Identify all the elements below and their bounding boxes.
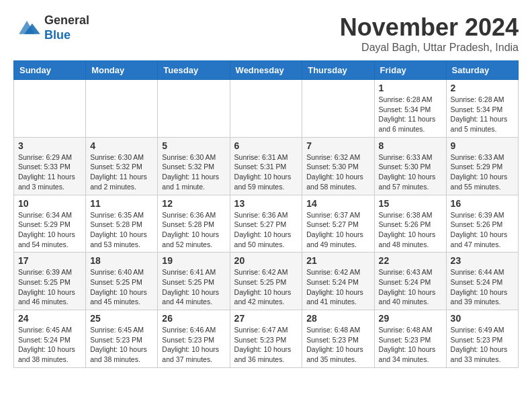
calendar-header-tuesday: Tuesday (158, 61, 230, 80)
title-section: November 2024 Dayal Bagh, Uttar Pradesh,… (340, 13, 519, 54)
day-info: Sunrise: 6:48 AM Sunset: 5:23 PM Dayligh… (306, 325, 369, 365)
day-number: 17 (18, 255, 81, 266)
month-year-title: November 2024 (340, 13, 519, 42)
calendar-week-row: 3Sunrise: 6:29 AM Sunset: 5:33 PM Daylig… (14, 137, 519, 195)
day-info: Sunrise: 6:32 AM Sunset: 5:30 PM Dayligh… (306, 152, 369, 192)
day-number: 20 (234, 255, 298, 266)
day-info: Sunrise: 6:30 AM Sunset: 5:32 PM Dayligh… (162, 152, 225, 192)
day-info: Sunrise: 6:48 AM Sunset: 5:23 PM Dayligh… (379, 325, 442, 365)
calendar-week-row: 10Sunrise: 6:34 AM Sunset: 5:29 PM Dayli… (14, 195, 519, 253)
day-info: Sunrise: 6:45 AM Sunset: 5:23 PM Dayligh… (90, 325, 153, 365)
day-number: 25 (90, 313, 153, 324)
calendar-cell: 6Sunrise: 6:31 AM Sunset: 5:31 PM Daylig… (230, 137, 302, 195)
calendar-cell: 4Sunrise: 6:30 AM Sunset: 5:32 PM Daylig… (86, 137, 158, 195)
logo-icon (13, 18, 40, 38)
calendar-cell: 20Sunrise: 6:42 AM Sunset: 5:25 PM Dayli… (230, 253, 302, 310)
day-number: 29 (379, 313, 442, 324)
day-number: 5 (162, 140, 225, 151)
day-number: 28 (306, 313, 369, 324)
day-info: Sunrise: 6:37 AM Sunset: 5:27 PM Dayligh… (306, 210, 369, 250)
calendar-cell (158, 80, 230, 138)
logo: General Blue (13, 13, 89, 42)
calendar-cell: 3Sunrise: 6:29 AM Sunset: 5:33 PM Daylig… (14, 137, 86, 195)
day-info: Sunrise: 6:28 AM Sunset: 5:34 PM Dayligh… (451, 95, 514, 134)
day-number: 9 (451, 140, 514, 151)
calendar-cell: 13Sunrise: 6:36 AM Sunset: 5:27 PM Dayli… (230, 195, 302, 253)
day-number: 23 (451, 255, 514, 266)
calendar-header-sunday: Sunday (14, 61, 86, 80)
logo-blue: Blue (44, 28, 71, 42)
day-number: 4 (90, 140, 153, 151)
calendar-cell: 18Sunrise: 6:40 AM Sunset: 5:25 PM Dayli… (86, 253, 158, 310)
day-number: 30 (451, 313, 514, 324)
day-info: Sunrise: 6:47 AM Sunset: 5:23 PM Dayligh… (234, 325, 298, 365)
day-number: 11 (90, 198, 153, 209)
day-info: Sunrise: 6:34 AM Sunset: 5:29 PM Dayligh… (18, 210, 81, 250)
calendar-cell: 19Sunrise: 6:41 AM Sunset: 5:25 PM Dayli… (158, 253, 230, 310)
day-number: 14 (306, 198, 369, 209)
calendar-cell: 25Sunrise: 6:45 AM Sunset: 5:23 PM Dayli… (86, 310, 158, 368)
day-number: 27 (234, 313, 298, 324)
calendar-cell: 12Sunrise: 6:36 AM Sunset: 5:28 PM Dayli… (158, 195, 230, 253)
calendar-cell: 26Sunrise: 6:46 AM Sunset: 5:23 PM Dayli… (158, 310, 230, 368)
day-number: 8 (379, 140, 442, 151)
day-number: 18 (90, 255, 153, 266)
calendar-cell: 10Sunrise: 6:34 AM Sunset: 5:29 PM Dayli… (14, 195, 86, 253)
day-number: 26 (162, 313, 225, 324)
day-info: Sunrise: 6:46 AM Sunset: 5:23 PM Dayligh… (162, 325, 225, 365)
day-info: Sunrise: 6:33 AM Sunset: 5:30 PM Dayligh… (379, 152, 442, 192)
location-subtitle: Dayal Bagh, Uttar Pradesh, India (340, 42, 519, 54)
logo-text: General Blue (44, 13, 89, 42)
calendar-cell: 22Sunrise: 6:43 AM Sunset: 5:24 PM Dayli… (374, 253, 446, 310)
calendar-cell: 11Sunrise: 6:35 AM Sunset: 5:28 PM Dayli… (86, 195, 158, 253)
calendar-header-monday: Monday (86, 61, 158, 80)
calendar-table: SundayMondayTuesdayWednesdayThursdayFrid… (13, 60, 519, 368)
day-number: 15 (379, 198, 442, 209)
calendar-cell: 9Sunrise: 6:33 AM Sunset: 5:29 PM Daylig… (446, 137, 518, 195)
logo-general: General (44, 13, 89, 27)
day-number: 13 (234, 198, 298, 209)
calendar-header-saturday: Saturday (446, 61, 518, 80)
day-number: 22 (379, 255, 442, 266)
calendar-header-wednesday: Wednesday (230, 61, 302, 80)
calendar-body: 1Sunrise: 6:28 AM Sunset: 5:34 PM Daylig… (14, 80, 519, 368)
calendar-cell: 1Sunrise: 6:28 AM Sunset: 5:34 PM Daylig… (374, 80, 446, 138)
calendar-cell: 23Sunrise: 6:44 AM Sunset: 5:24 PM Dayli… (446, 253, 518, 310)
calendar-cell: 5Sunrise: 6:30 AM Sunset: 5:32 PM Daylig… (158, 137, 230, 195)
day-number: 7 (306, 140, 369, 151)
calendar-header-friday: Friday (374, 61, 446, 80)
calendar-cell: 27Sunrise: 6:47 AM Sunset: 5:23 PM Dayli… (230, 310, 302, 368)
day-info: Sunrise: 6:36 AM Sunset: 5:28 PM Dayligh… (162, 210, 225, 250)
calendar-cell: 16Sunrise: 6:39 AM Sunset: 5:26 PM Dayli… (446, 195, 518, 253)
day-info: Sunrise: 6:42 AM Sunset: 5:25 PM Dayligh… (234, 267, 298, 307)
calendar-cell: 8Sunrise: 6:33 AM Sunset: 5:30 PM Daylig… (374, 137, 446, 195)
day-number: 24 (18, 313, 81, 324)
day-info: Sunrise: 6:49 AM Sunset: 5:23 PM Dayligh… (451, 325, 514, 365)
calendar-cell: 24Sunrise: 6:45 AM Sunset: 5:24 PM Dayli… (14, 310, 86, 368)
day-info: Sunrise: 6:43 AM Sunset: 5:24 PM Dayligh… (379, 267, 442, 307)
day-number: 12 (162, 198, 225, 209)
day-number: 1 (379, 83, 442, 93)
calendar-cell: 14Sunrise: 6:37 AM Sunset: 5:27 PM Dayli… (302, 195, 374, 253)
day-info: Sunrise: 6:45 AM Sunset: 5:24 PM Dayligh… (18, 325, 81, 365)
day-info: Sunrise: 6:30 AM Sunset: 5:32 PM Dayligh… (90, 152, 153, 192)
day-info: Sunrise: 6:29 AM Sunset: 5:33 PM Dayligh… (18, 152, 81, 192)
calendar-cell (230, 80, 302, 138)
page-header: General Blue November 2024 Dayal Bagh, U… (13, 13, 519, 54)
calendar-cell: 28Sunrise: 6:48 AM Sunset: 5:23 PM Dayli… (302, 310, 374, 368)
day-number: 10 (18, 198, 81, 209)
calendar-cell: 15Sunrise: 6:38 AM Sunset: 5:26 PM Dayli… (374, 195, 446, 253)
day-info: Sunrise: 6:41 AM Sunset: 5:25 PM Dayligh… (162, 267, 225, 307)
calendar-cell: 17Sunrise: 6:39 AM Sunset: 5:25 PM Dayli… (14, 253, 86, 310)
calendar-cell (302, 80, 374, 138)
day-number: 21 (306, 255, 369, 266)
calendar-header-row: SundayMondayTuesdayWednesdayThursdayFrid… (14, 61, 519, 80)
day-number: 2 (451, 83, 514, 93)
calendar-cell: 29Sunrise: 6:48 AM Sunset: 5:23 PM Dayli… (374, 310, 446, 368)
day-number: 16 (451, 198, 514, 209)
calendar-cell: 7Sunrise: 6:32 AM Sunset: 5:30 PM Daylig… (302, 137, 374, 195)
day-info: Sunrise: 6:36 AM Sunset: 5:27 PM Dayligh… (234, 210, 298, 250)
day-info: Sunrise: 6:31 AM Sunset: 5:31 PM Dayligh… (234, 152, 298, 192)
calendar-cell: 30Sunrise: 6:49 AM Sunset: 5:23 PM Dayli… (446, 310, 518, 368)
calendar-week-row: 24Sunrise: 6:45 AM Sunset: 5:24 PM Dayli… (14, 310, 519, 368)
